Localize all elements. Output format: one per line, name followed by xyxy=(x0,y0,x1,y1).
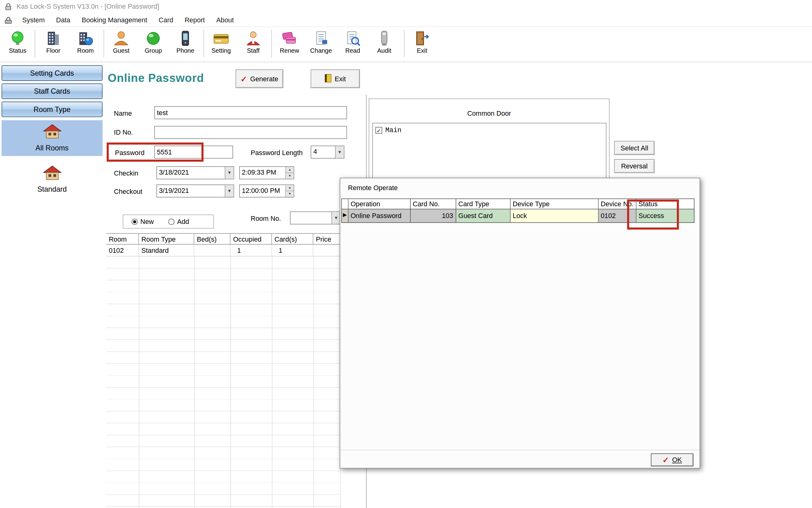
column-header-price[interactable]: Price xyxy=(313,234,341,244)
table-row[interactable]: 0102 Standard 1 1 xyxy=(106,245,341,256)
sidebar-item-all-rooms[interactable]: All Rooms xyxy=(2,120,103,156)
column-header-occupied[interactable]: Occupied xyxy=(231,234,272,244)
menu-data[interactable]: Data xyxy=(50,14,76,26)
checkout-date-select[interactable]: 3/19/2021 ▼ xyxy=(156,184,234,198)
sidebar-button-setting-cards[interactable]: Setting Cards xyxy=(2,66,103,81)
toolbar-button-phone[interactable]: Phone xyxy=(171,29,200,59)
cell-price xyxy=(313,245,341,256)
column-header-status[interactable]: Status xyxy=(636,199,695,209)
lock-icon xyxy=(4,2,12,11)
toolbar-button-staff[interactable]: Staff xyxy=(238,29,269,59)
checkin-date-select[interactable]: 3/18/2021 ▼ xyxy=(156,166,234,179)
column-header-card-no[interactable]: Card No. xyxy=(411,199,456,209)
sidebar-button-staff-cards[interactable]: Staff Cards xyxy=(2,83,103,99)
renew-cards-icon xyxy=(275,30,305,46)
toolbar-label-audit: Audit xyxy=(369,47,399,54)
checkin-time-spinner[interactable]: 2:09:33 PM ▲▼ xyxy=(239,166,294,179)
dialog-title: Remote Operate xyxy=(348,184,398,192)
cell-cards: 1 xyxy=(272,245,313,256)
menu-booking-management[interactable]: Booking Management xyxy=(76,14,153,26)
grid-column-line xyxy=(272,256,273,508)
menu-system[interactable]: System xyxy=(16,14,50,26)
radio-unselected-icon xyxy=(168,218,175,224)
column-header-device-no[interactable]: Device No. xyxy=(599,199,636,209)
ok-button-label: OK xyxy=(672,456,682,464)
generate-button[interactable]: ✓ Generate xyxy=(236,70,283,88)
change-document-icon xyxy=(306,30,336,46)
toolbar-button-setting[interactable]: Setting xyxy=(206,29,236,59)
column-header-beds[interactable]: Bed(s) xyxy=(194,234,231,244)
password-label: Password xyxy=(115,149,144,157)
check-icon: ✓ xyxy=(240,75,247,83)
spin-up-icon[interactable]: ▲ xyxy=(286,167,293,173)
menu-bar: System Data Booking Management Card Repo… xyxy=(0,13,812,27)
column-header-card-type[interactable]: Card Type xyxy=(456,199,511,209)
toolbar-separator xyxy=(103,30,104,57)
column-header-room[interactable]: Room xyxy=(106,234,139,244)
toolbar-button-audit[interactable]: Audit xyxy=(369,29,399,59)
window-title: Kas Lock-S System V13.0n - [Online Passw… xyxy=(16,2,159,10)
house-icon xyxy=(42,174,62,183)
staff-person-icon xyxy=(238,30,269,46)
toolbar-button-group[interactable]: Group xyxy=(138,29,168,59)
rooms-table-empty-grid xyxy=(106,256,341,508)
chevron-down-icon[interactable]: ▼ xyxy=(225,167,233,179)
page-title: Online Password xyxy=(108,72,204,85)
toolbar-button-read[interactable]: Read xyxy=(337,29,368,59)
dialog-footer-divider xyxy=(340,450,700,450)
check-icon: ✓ xyxy=(663,456,669,464)
toolbar-button-change[interactable]: Change xyxy=(306,29,336,59)
sidebar-item-label: Standard xyxy=(2,185,103,194)
toolbar-button-floor[interactable]: Floor xyxy=(38,29,68,59)
table-row[interactable]: ▶ Online Password 103 Guest Card Lock 01… xyxy=(341,209,695,223)
toolbar-separator xyxy=(404,30,404,57)
spin-down-icon[interactable]: ▼ xyxy=(286,192,293,197)
time-spinner-buttons: ▲▼ xyxy=(285,167,294,179)
main-door-checkbox[interactable]: ✓ Main xyxy=(375,127,401,134)
rooms-table-header: Room Room Type Bed(s) Occupied Card(s) P… xyxy=(106,233,341,245)
password-input[interactable] xyxy=(154,146,233,159)
toolbar-button-status[interactable]: Status xyxy=(2,29,33,59)
checkin-time-value: 2:09:33 PM xyxy=(240,167,285,179)
column-header-room-type[interactable]: Room Type xyxy=(139,234,194,244)
remote-operate-table: Operation Card No. Card Type Device Type… xyxy=(341,199,695,223)
reversal-button[interactable]: Reversal xyxy=(614,159,655,173)
spin-down-icon[interactable]: ▼ xyxy=(286,173,293,179)
current-row-indicator-icon: ▶ xyxy=(341,209,348,223)
column-header-operation[interactable]: Operation xyxy=(349,199,411,209)
toolbar-button-renew[interactable]: Renew xyxy=(275,29,305,59)
room-no-value xyxy=(290,212,331,224)
radio-add[interactable]: Add xyxy=(168,218,189,225)
radio-new[interactable]: New xyxy=(131,218,154,225)
toolbar-separator xyxy=(35,30,35,57)
system-menu-icon[interactable] xyxy=(4,16,12,24)
chevron-down-icon[interactable]: ▼ xyxy=(331,212,340,224)
chevron-down-icon[interactable]: ▼ xyxy=(335,146,344,158)
sidebar-item-standard[interactable]: Standard xyxy=(2,163,103,197)
cell-room: 0102 xyxy=(106,245,139,256)
sidebar-button-label: Staff Cards xyxy=(34,87,70,95)
password-length-select[interactable]: 4 ▼ xyxy=(311,146,345,159)
menu-report[interactable]: Report xyxy=(179,14,210,26)
select-all-button[interactable]: Select All xyxy=(614,141,655,155)
column-header-cards[interactable]: Card(s) xyxy=(272,234,313,244)
radio-selected-icon xyxy=(131,218,138,224)
time-spinner-buttons: ▲▼ xyxy=(285,185,294,197)
spin-up-icon[interactable]: ▲ xyxy=(286,185,293,192)
id-no-input[interactable] xyxy=(154,126,347,139)
toolbar-button-exit[interactable]: Exit xyxy=(407,29,437,59)
checkout-time-spinner[interactable]: 12:00:00 PM ▲▼ xyxy=(239,184,294,198)
sidebar-button-room-type[interactable]: Room Type xyxy=(2,101,103,117)
toolbar-button-guest[interactable]: Guest xyxy=(106,29,136,59)
name-input[interactable] xyxy=(154,107,347,119)
toolbar-button-room[interactable]: Room xyxy=(70,29,100,59)
column-header-device-type[interactable]: Device Type xyxy=(511,199,599,209)
ok-button[interactable]: ✓ OK xyxy=(651,454,693,466)
room-no-select[interactable]: ▼ xyxy=(290,212,341,224)
remote-table-header: Operation Card No. Card Type Device Type… xyxy=(341,199,695,209)
exit-button[interactable]: Exit xyxy=(311,70,360,88)
chevron-down-icon[interactable]: ▼ xyxy=(225,185,233,197)
group-sphere-icon xyxy=(138,30,168,46)
menu-about[interactable]: About xyxy=(210,14,240,26)
menu-card[interactable]: Card xyxy=(153,14,179,26)
